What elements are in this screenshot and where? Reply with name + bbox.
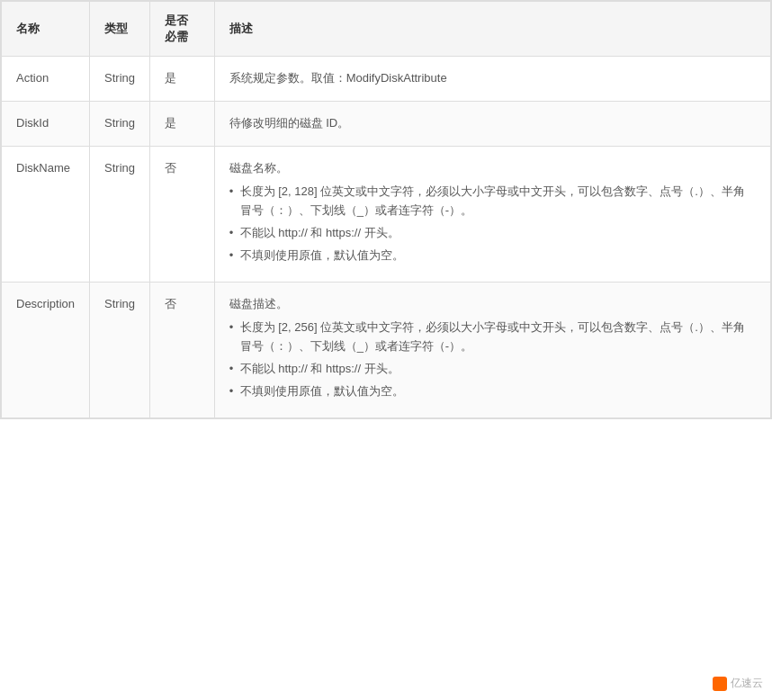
desc-bullet-item: 不填则使用原值，默认值为空。: [229, 382, 756, 401]
cell-required: 否: [150, 146, 215, 282]
cell-required: 是: [150, 101, 215, 146]
desc-bullet-item: 不能以 http:// 和 https:// 开头。: [229, 224, 756, 243]
desc-bullet-list: 长度为 [2, 256] 位英文或中文字符，必须以大小字母或中文开头，可以包含数…: [229, 319, 756, 400]
col-desc: 描述: [214, 2, 770, 57]
desc-bullet-item: 不填则使用原值，默认值为空。: [229, 247, 756, 265]
desc-main-text: 系统规定参数。取值：ModifyDiskAttribute: [229, 71, 447, 85]
cell-description: 磁盘描述。长度为 [2, 256] 位英文或中文字符，必须以大小字母或中文开头，…: [214, 282, 770, 417]
cell-name: DiskName: [2, 146, 90, 282]
desc-main-text: 磁盘描述。: [229, 297, 288, 310]
cell-description: 待修改明细的磁盘 ID。: [214, 101, 770, 146]
cell-required: 是: [150, 57, 215, 102]
col-required: 是否必需: [150, 2, 215, 57]
header-row: 名称 类型 是否必需 描述: [2, 2, 771, 57]
col-type: 类型: [90, 2, 150, 57]
cell-description: 磁盘名称。长度为 [2, 128] 位英文或中文字符，必须以大小字母或中文开头，…: [214, 146, 770, 282]
table-row: DescriptionString否磁盘描述。长度为 [2, 256] 位英文或…: [2, 282, 771, 417]
cell-name: DiskId: [2, 101, 90, 146]
table-body: ActionString是系统规定参数。取值：ModifyDiskAttribu…: [2, 57, 771, 418]
cell-type: String: [90, 146, 150, 282]
main-table-container: 名称 类型 是否必需 描述 ActionString是系统规定参数。取值：Mod…: [0, 0, 772, 419]
table-row: DiskNameString否磁盘名称。长度为 [2, 128] 位英文或中文字…: [2, 146, 771, 282]
desc-main-text: 待修改明细的磁盘 ID。: [229, 116, 350, 130]
cell-description: 系统规定参数。取值：ModifyDiskAttribute: [214, 57, 770, 102]
cell-required: 否: [150, 282, 215, 417]
table-header: 名称 类型 是否必需 描述: [2, 2, 771, 57]
cell-type: String: [90, 101, 150, 146]
table-row: DiskIdString是待修改明细的磁盘 ID。: [2, 101, 771, 146]
cell-name: Action: [2, 57, 90, 102]
col-name: 名称: [2, 2, 90, 57]
desc-main-text: 磁盘名称。: [229, 161, 288, 175]
cell-name: Description: [2, 282, 90, 417]
desc-bullet-item: 长度为 [2, 256] 位英文或中文字符，必须以大小字母或中文开头，可以包含数…: [229, 319, 756, 356]
table-row: ActionString是系统规定参数。取值：ModifyDiskAttribu…: [2, 57, 771, 102]
desc-bullet-list: 长度为 [2, 128] 位英文或中文字符，必须以大小字母或中文开头，可以包含数…: [229, 183, 756, 265]
cell-type: String: [90, 57, 150, 102]
cell-type: String: [90, 282, 150, 417]
desc-bullet-item: 长度为 [2, 128] 位英文或中文字符，必须以大小字母或中文开头，可以包含数…: [229, 183, 756, 220]
desc-bullet-item: 不能以 http:// 和 https:// 开头。: [229, 360, 756, 379]
params-table: 名称 类型 是否必需 描述 ActionString是系统规定参数。取值：Mod…: [1, 1, 771, 418]
